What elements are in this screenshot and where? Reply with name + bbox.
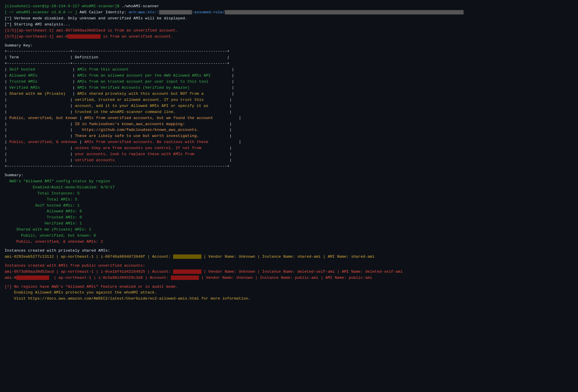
public-unverified-header: Instances created with AMIs from public … — [5, 263, 573, 269]
warning-line-3: Visit https://docs.aws.amazon.com/AWSEC2… — [5, 296, 573, 302]
trusted-amis-count: Trusted AMIs: 0 — [5, 215, 573, 221]
row-public-unknown-1: | Public, unverified, & unknown | AMIs f… — [5, 139, 573, 145]
row-verified-amis: | Verified AMIs | AMIs from Verified Acc… — [5, 85, 573, 91]
public-unverified-instance-1: ami-0573d60aa30d52acd | ap-northeast-1 |… — [5, 269, 573, 275]
table-header: | Term | Definition | — [5, 55, 573, 61]
summary-key-label: Summary Key: — [5, 43, 573, 49]
table-border-top: +---------------------------+-----------… — [5, 49, 573, 55]
prompt-line: [cloudshell-user@ip-10-134-5-217 whoAMI-… — [5, 3, 573, 10]
row-public-known-3: | | https://github.com/fwdcloudsec/known… — [5, 127, 573, 133]
privately-shared-header: Instances created with privately shared … — [5, 248, 573, 254]
row-shared-private-2: | | verified, trusted or allowed account… — [5, 97, 573, 103]
table-border-bot: +---------------------------+-----------… — [5, 164, 573, 170]
starting-line: [*] Starting AMI analysis... — [5, 22, 573, 28]
table-border-mid: +---------------------------+-----------… — [5, 61, 573, 67]
total-instances: Total Instances: 5 — [5, 191, 573, 197]
public-unverified-instance-2: ami-0██████████████ | ap-northeast-1 | i… — [5, 275, 573, 281]
self-hosted-amis: Self hosted AMIs: 1 — [5, 203, 573, 209]
row-allowed-amis: | Allowed AMIs | AMIs from an allowed ac… — [5, 73, 573, 79]
total-amis: Total AMIs: 5 — [5, 197, 573, 203]
row-shared-private-3: | | account, add it to your Allowed AMIs… — [5, 103, 573, 109]
public-known-count: Public, unverified, but known: 0 — [5, 233, 573, 239]
row-public-unknown-4: | | verified accounts | — [5, 157, 573, 164]
row-shared-private-4: | | trusted in the whoAMI-scanner comman… — [5, 109, 573, 115]
warning-line-2: Enabling Allowed AMIs protects you again… — [5, 290, 573, 296]
verified-amis-count: Verified AMIs: 1 — [5, 221, 573, 227]
summary-label: Summary: — [5, 172, 573, 179]
row-public-known-4: | | These are likely safe to use but wor… — [5, 133, 573, 139]
enabled-audit: Enabled/Audit-mode/Disabled: 0/0/17 — [5, 185, 573, 191]
row-public-known-1: | Public, unverified, but known | AMIs f… — [5, 115, 573, 121]
terminal-output: [cloudshell-user@ip-10-134-5-217 whoAMI-… — [5, 3, 573, 302]
warning-line-1: [!] No regions have AWS's "Allowed AMIs"… — [5, 284, 573, 290]
allowed-amis-count: Allowed AMIs: 0 — [5, 209, 573, 215]
row-public-unknown-2: | | unless they are from accounts you co… — [5, 145, 573, 151]
finding-1: [1/5][ap-northeast-1] ami-0573d60aa30d52… — [5, 28, 573, 34]
shared-private-count: Shared with me (Private) AMIs: 1 — [5, 227, 573, 233]
privately-shared-instance: ami-0292eab5277c13112 | ap-northeast-1 |… — [5, 254, 573, 260]
allowed-ami-config: AWS's "Allowed AMI" config status by reg… — [5, 179, 573, 185]
verbose-line: [*] Verbose mode disabled. Only unknown … — [5, 16, 573, 22]
finding-2: [5/5][ap-northeast-1] ami-0█████████████… — [5, 34, 573, 40]
prompt-text: [cloudshell-user@ip-10-134-5-217 whoAMI-… — [5, 4, 119, 8]
row-public-unknown-3: | | your accounts, look to replace these… — [5, 151, 573, 157]
row-trusted-amis: | Trusted AMIs | AMIs from an trusted ac… — [5, 79, 573, 85]
row-public-known-2: | | ID in fwdcloudsec's known_aws_accoun… — [5, 121, 573, 127]
row-shared-private-1: | Shared with me (Private) | AMIs shared… — [5, 91, 573, 97]
row-self-hosted: | Self hosted | AMIs from this account | — [5, 67, 573, 73]
caller-identity-line: [ ✓✓ whoAMI-scanner v1.0.0 ✓✓ ] AWS Call… — [5, 10, 573, 16]
public-unknown-count: Public, unverified, & unknown AMIs: 2 — [5, 239, 573, 245]
